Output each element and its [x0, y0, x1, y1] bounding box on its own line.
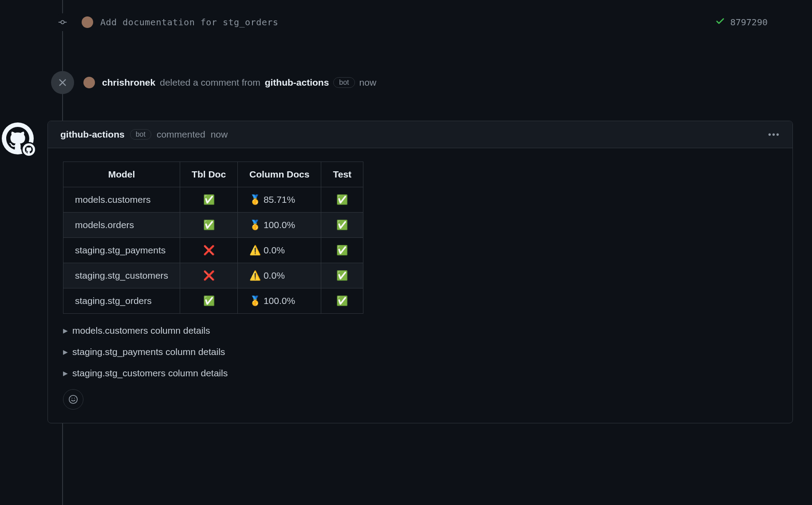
cell-model: staging.stg_customers — [63, 263, 180, 288]
table-row: models.customers✅🥇 85.71%✅ — [63, 187, 363, 213]
cell-test: ✅ — [321, 238, 363, 263]
cell-test: ✅ — [321, 263, 363, 288]
table-row: staging.stg_orders✅🥇 100.0%✅ — [63, 288, 363, 314]
comment-action: commented — [157, 129, 205, 140]
timeline-commit: Add documentation for stg_orders 8797290 — [53, 0, 812, 40]
details-item[interactable]: ▶staging.stg_payments column details — [63, 347, 777, 357]
details-label: staging.stg_customers column details — [72, 368, 228, 379]
comment-time[interactable]: now — [211, 129, 228, 140]
comment-header: github-actions bot commented now ••• — [48, 121, 792, 148]
comment-body: Model Tbl Doc Column Docs Test models.cu… — [48, 148, 792, 423]
cell-column-docs: ⚠️ 0.0% — [238, 238, 321, 263]
commit-message[interactable]: Add documentation for stg_orders — [100, 17, 278, 28]
table-header-row: Model Tbl Doc Column Docs Test — [63, 162, 363, 187]
disclosure-icon: ▶ — [63, 348, 68, 355]
cell-model: staging.stg_payments — [63, 238, 180, 263]
event-action: deleted a comment from — [160, 77, 260, 88]
disclosure-icon: ▶ — [63, 370, 68, 377]
timeline-deleted-event: chrishronek deleted a comment from githu… — [51, 71, 812, 94]
comment-box: github-actions bot commented now ••• Mod… — [47, 121, 793, 423]
svg-point-5 — [69, 395, 77, 403]
table-row: models.orders✅🥇 100.0%✅ — [63, 213, 363, 238]
col-column-docs: Column Docs — [238, 162, 321, 187]
event-text: chrishronek deleted a comment from githu… — [102, 77, 376, 88]
cell-model: staging.stg_orders — [63, 288, 180, 314]
disclosure-icon: ▶ — [63, 327, 68, 334]
table-row: staging.stg_customers❌⚠️ 0.0%✅ — [63, 263, 363, 288]
add-reaction-button[interactable] — [63, 389, 83, 410]
cell-tbl-doc: ✅ — [180, 288, 238, 314]
cell-model: models.customers — [63, 187, 180, 213]
cell-column-docs: 🥇 100.0% — [238, 213, 321, 238]
table-row: staging.stg_payments❌⚠️ 0.0%✅ — [63, 238, 363, 263]
comment-author[interactable]: github-actions — [60, 129, 125, 140]
cell-tbl-doc: ❌ — [180, 263, 238, 288]
github-logo-icon — [2, 122, 34, 154]
cell-tbl-doc: ❌ — [180, 238, 238, 263]
close-icon — [51, 71, 74, 94]
cell-tbl-doc: ✅ — [180, 213, 238, 238]
details-list: ▶models.customers column details▶staging… — [63, 325, 777, 379]
comment-author-avatar[interactable] — [0, 121, 35, 156]
commit-status[interactable]: 8797290 — [715, 16, 768, 28]
details-item[interactable]: ▶models.customers column details — [63, 325, 777, 336]
col-test: Test — [321, 162, 363, 187]
bot-label: bot — [333, 77, 355, 88]
details-label: models.customers column details — [72, 325, 210, 336]
event-actor-avatar[interactable] — [83, 77, 95, 88]
docs-table: Model Tbl Doc Column Docs Test models.cu… — [63, 162, 363, 314]
svg-point-0 — [61, 20, 64, 24]
col-model: Model — [63, 162, 180, 187]
commit-sha[interactable]: 8797290 — [730, 17, 768, 28]
cell-column-docs: ⚠️ 0.0% — [238, 263, 321, 288]
details-label: staging.stg_payments column details — [72, 347, 225, 357]
cell-test: ✅ — [321, 288, 363, 314]
bot-label: bot — [130, 129, 151, 140]
cell-column-docs: 🥇 100.0% — [238, 288, 321, 314]
cell-model: models.orders — [63, 213, 180, 238]
commit-author-avatar[interactable] — [82, 16, 93, 28]
event-actor[interactable]: chrishronek — [102, 77, 155, 88]
col-tbl-doc: Tbl Doc — [180, 162, 238, 187]
commit-node-icon — [54, 13, 71, 31]
github-sub-icon — [21, 142, 36, 157]
check-icon — [715, 16, 725, 28]
event-time[interactable]: now — [359, 77, 377, 88]
cell-test: ✅ — [321, 213, 363, 238]
cell-column-docs: 🥇 85.71% — [238, 187, 321, 213]
event-target[interactable]: github-actions — [265, 77, 329, 88]
cell-test: ✅ — [321, 187, 363, 213]
details-item[interactable]: ▶staging.stg_customers column details — [63, 368, 777, 379]
cell-tbl-doc: ✅ — [180, 187, 238, 213]
timeline-comment: github-actions bot commented now ••• Mod… — [47, 121, 793, 423]
kebab-icon[interactable]: ••• — [768, 130, 780, 140]
